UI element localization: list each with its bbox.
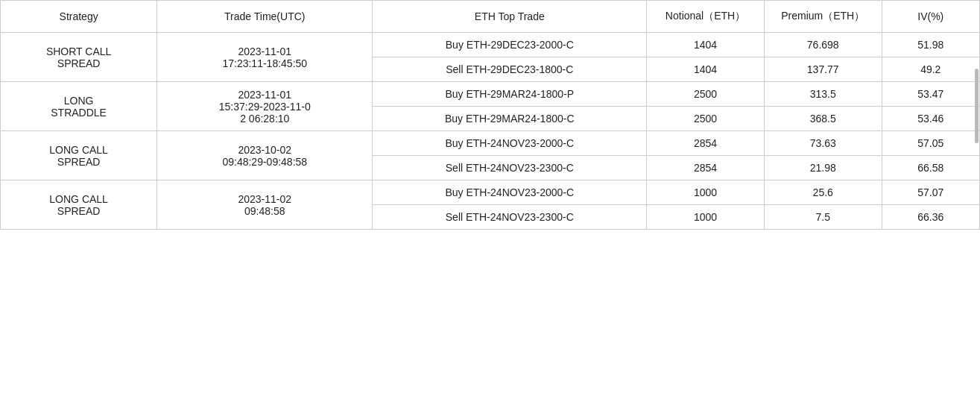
- cell-notional: 2854: [647, 156, 765, 180]
- cell-premium: 73.63: [764, 131, 882, 156]
- cell-premium: 25.6: [764, 180, 882, 205]
- cell-strategy: LONG STRADDLE: [1, 82, 157, 131]
- cell-trade: Sell ETH-24NOV23-2300-C: [373, 205, 647, 230]
- cell-iv: 66.58: [882, 156, 979, 180]
- cell-time: 2023-11-02 09:48:58: [157, 180, 373, 230]
- cell-premium: 21.98: [764, 156, 882, 180]
- cell-iv: 49.2: [882, 57, 979, 82]
- cell-trade: Buy ETH-24NOV23-2000-C: [373, 131, 647, 156]
- scrollbar[interactable]: [975, 69, 979, 143]
- cell-iv: 53.47: [882, 82, 979, 107]
- cell-premium: 137.77: [764, 57, 882, 82]
- cell-premium: 368.5: [764, 107, 882, 131]
- header-iv: IV(%): [882, 1, 979, 33]
- cell-notional: 2500: [647, 82, 765, 107]
- cell-time: 2023-11-01 17:23:11-18:45:50: [157, 33, 373, 82]
- header-time: Trade Time(UTC): [157, 1, 373, 33]
- table-row: SHORT CALL SPREAD2023-11-01 17:23:11-18:…: [1, 33, 980, 57]
- trades-table: Strategy Trade Time(UTC) ETH Top Trade N…: [0, 0, 980, 230]
- header-premium: Premium（ETH）: [764, 1, 882, 33]
- header-notional: Notional（ETH）: [647, 1, 765, 33]
- header-trade: ETH Top Trade: [373, 1, 647, 33]
- cell-trade: Buy ETH-24NOV23-2000-C: [373, 180, 647, 205]
- cell-time: 2023-10-02 09:48:29-09:48:58: [157, 131, 373, 180]
- cell-premium: 313.5: [764, 82, 882, 107]
- cell-iv: 51.98: [882, 33, 979, 57]
- cell-iv: 53.46: [882, 107, 979, 131]
- cell-trade: Buy ETH-29MAR24-1800-C: [373, 107, 647, 131]
- cell-notional: 2854: [647, 131, 765, 156]
- table-row: LONG CALL SPREAD2023-11-02 09:48:58Buy E…: [1, 180, 980, 205]
- cell-trade: Buy ETH-29MAR24-1800-P: [373, 82, 647, 107]
- cell-notional: 1404: [647, 33, 765, 57]
- cell-notional: 1000: [647, 205, 765, 230]
- main-table-wrapper: Strategy Trade Time(UTC) ETH Top Trade N…: [0, 0, 980, 230]
- cell-trade: Sell ETH-24NOV23-2300-C: [373, 156, 647, 180]
- cell-iv: 66.36: [882, 205, 979, 230]
- table-header-row: Strategy Trade Time(UTC) ETH Top Trade N…: [1, 1, 980, 33]
- cell-premium: 76.698: [764, 33, 882, 57]
- cell-iv: 57.05: [882, 131, 979, 156]
- header-strategy: Strategy: [1, 1, 157, 33]
- cell-trade: Sell ETH-29DEC23-1800-C: [373, 57, 647, 82]
- cell-trade: Buy ETH-29DEC23-2000-C: [373, 33, 647, 57]
- cell-time: 2023-11-01 15:37:29-2023-11-0 2 06:28:10: [157, 82, 373, 131]
- cell-notional: 1404: [647, 57, 765, 82]
- cell-strategy: LONG CALL SPREAD: [1, 180, 157, 230]
- cell-notional: 2500: [647, 107, 765, 131]
- cell-notional: 1000: [647, 180, 765, 205]
- cell-strategy: LONG CALL SPREAD: [1, 131, 157, 180]
- table-row: LONG CALL SPREAD2023-10-02 09:48:29-09:4…: [1, 131, 980, 156]
- cell-premium: 7.5: [764, 205, 882, 230]
- table-row: LONG STRADDLE2023-11-01 15:37:29-2023-11…: [1, 82, 980, 107]
- cell-iv: 57.07: [882, 180, 979, 205]
- cell-strategy: SHORT CALL SPREAD: [1, 33, 157, 82]
